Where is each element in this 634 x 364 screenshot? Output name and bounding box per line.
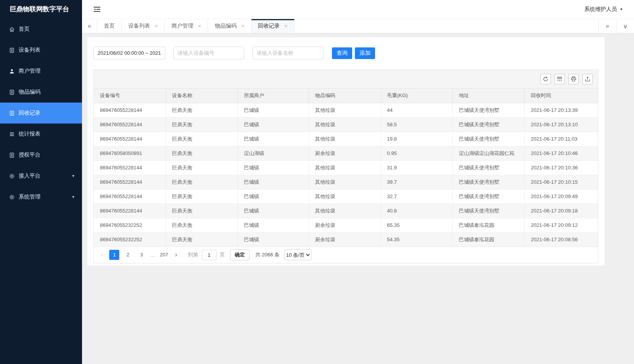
doc-icon bbox=[9, 110, 15, 116]
columns-button[interactable] bbox=[554, 74, 565, 84]
user-menu[interactable]: 系统维护人员 ▼ bbox=[584, 6, 623, 13]
table-cell: 巴城镇 bbox=[238, 189, 309, 204]
table-cell: 巴城镇 bbox=[238, 103, 309, 117]
column-header: 物品编码 bbox=[309, 89, 381, 103]
page-button-207[interactable]: 207 bbox=[159, 250, 169, 260]
table-cell: 其他垃圾 bbox=[309, 103, 381, 117]
table-cell: 巨鼎天衡 bbox=[166, 204, 238, 218]
sidebar: 巨鼎物联网数字平台 首页设备列表商户管理物品编码回收记录统计报表授权平台接入平台… bbox=[0, 0, 82, 364]
page-button-1[interactable]: 1 bbox=[109, 250, 119, 260]
sidebar-item-recycle-records[interactable]: 回收记录 bbox=[0, 103, 82, 124]
tab-device-list[interactable]: 设备列表× bbox=[122, 19, 165, 33]
sidebar-item-system-management[interactable]: 系统管理▼ bbox=[0, 186, 82, 207]
user-name: 系统维护人员 bbox=[584, 6, 617, 13]
gear-icon bbox=[9, 194, 15, 200]
page-button-2[interactable]: 2 bbox=[123, 250, 133, 260]
caret-down-icon: ▼ bbox=[72, 174, 75, 178]
table-cell: 巨鼎天衡 bbox=[166, 175, 238, 189]
topbar: 系统维护人员 ▼ bbox=[82, 0, 634, 19]
tabs-scroll-left-button[interactable]: « bbox=[82, 19, 97, 33]
refresh-button[interactable] bbox=[540, 74, 551, 84]
table-cell: 2021-06-17 20:10:46 bbox=[524, 146, 598, 160]
table-row: 869476055228144巨鼎天衡巴城镇其他垃圾58.5巴城镇天使湾别墅20… bbox=[94, 117, 598, 132]
goto-page-input[interactable] bbox=[202, 250, 217, 260]
tabbar-spacer bbox=[295, 19, 598, 33]
sidebar-item-item-code[interactable]: 物品编码 bbox=[0, 82, 82, 103]
tabs-scroll-right-button[interactable]: » bbox=[598, 19, 616, 33]
app-title: 巨鼎物联网数字平台 bbox=[0, 0, 82, 19]
close-icon[interactable]: × bbox=[285, 23, 288, 29]
caret-down-icon: ▼ bbox=[72, 195, 75, 199]
sidebar-item-home[interactable]: 首页 bbox=[0, 19, 82, 40]
sidebar-item-access-platform[interactable]: 接入平台▼ bbox=[0, 165, 82, 186]
sidebar-menu: 首页设备列表商户管理物品编码回收记录统计报表授权平台接入平台▼系统管理▼ bbox=[0, 19, 82, 207]
print-icon bbox=[571, 76, 576, 82]
sidebar-item-label: 首页 bbox=[19, 26, 30, 33]
table-cell: 869476055228144 bbox=[94, 160, 166, 175]
sidebar-item-label: 授权平台 bbox=[19, 152, 40, 158]
tabs-menu-button[interactable]: ∨ bbox=[616, 19, 634, 33]
tab-recycle-records[interactable]: 回收记录× bbox=[252, 19, 295, 33]
sidebar-item-statistics-report[interactable]: 统计报表 bbox=[0, 124, 82, 145]
close-icon[interactable]: × bbox=[198, 23, 201, 29]
close-icon[interactable]: × bbox=[241, 23, 244, 29]
tab-merchant-management[interactable]: 商户管理× bbox=[165, 19, 208, 33]
doc-icon bbox=[9, 89, 15, 95]
device-code-input[interactable] bbox=[173, 47, 244, 59]
collapse-sidebar-button[interactable] bbox=[93, 6, 101, 12]
table-cell: 2021-06-17 20:09:18 bbox=[524, 204, 598, 218]
records-panel: 查询 添加 bbox=[87, 37, 604, 266]
table-cell: 其他垃圾 bbox=[309, 160, 381, 175]
sidebar-item-device-list[interactable]: 设备列表 bbox=[0, 40, 82, 61]
page-numbers: 123...207 bbox=[109, 250, 169, 260]
tab-home[interactable]: 首页 bbox=[97, 19, 122, 33]
column-header: 回收时间 bbox=[524, 89, 598, 103]
page-button-3[interactable]: 3 bbox=[136, 250, 147, 260]
date-range-input[interactable] bbox=[93, 47, 165, 59]
table-cell: 淀山湖镇 bbox=[238, 146, 309, 160]
table-cell: 巨鼎天衡 bbox=[166, 146, 238, 160]
table-cell: 巨鼎天衡 bbox=[166, 232, 238, 247]
table-cell: 巴城镇 bbox=[238, 204, 309, 218]
table-cell: 巨鼎天衡 bbox=[166, 160, 238, 175]
table-row: 869476055232252巨鼎天衡巴城镇厨余垃圾54.35巴城镇泰泓花园20… bbox=[94, 232, 598, 247]
close-icon[interactable]: × bbox=[155, 23, 158, 29]
query-button[interactable]: 查询 bbox=[332, 47, 352, 59]
table-cell: 2021-06-17 20:13:10 bbox=[524, 117, 598, 132]
sidebar-item-label: 物品编码 bbox=[19, 89, 40, 96]
table-cell: 巴城镇天使湾别墅 bbox=[452, 160, 524, 175]
table-block: 设备编号设备名称所属商户物品编码毛重(KG)地址回收时间 86947605522… bbox=[93, 70, 598, 263]
chevrons-left-icon: « bbox=[88, 23, 91, 30]
table-cell: 869476058050891 bbox=[94, 146, 166, 160]
table-cell: 40.8 bbox=[381, 204, 452, 218]
chevron-down-icon: ∨ bbox=[623, 23, 628, 30]
table-cell: 其他垃圾 bbox=[309, 117, 381, 132]
table-cell: 2021-06-17 20:10:36 bbox=[524, 160, 598, 175]
export-button[interactable] bbox=[582, 74, 593, 84]
chevrons-right-icon: » bbox=[606, 23, 609, 30]
tab-item-code[interactable]: 物品编码× bbox=[208, 19, 251, 33]
page-size-select[interactable]: 10 条/页 bbox=[284, 249, 311, 260]
next-page-button[interactable]: › bbox=[173, 251, 180, 258]
doc-icon bbox=[9, 47, 15, 53]
confirm-page-button[interactable]: 确定 bbox=[230, 249, 250, 260]
add-button[interactable]: 添加 bbox=[355, 47, 375, 59]
sidebar-item-merchant-management[interactable]: 商户管理 bbox=[0, 61, 82, 82]
table-row: 869476055228144巨鼎天衡巴城镇其他垃圾40.8巴城镇天使湾别墅20… bbox=[94, 204, 598, 218]
table-row: 869476058050891巨鼎天衡淀山湖镇厨余垃圾0.95淀山湖镇淀山湖花园… bbox=[94, 146, 598, 160]
previous-page-button[interactable]: ‹ bbox=[99, 251, 106, 258]
table-cell: 淀山湖镇淀山湖花园仁苑 bbox=[452, 146, 524, 160]
table-row: 869476055228144巨鼎天衡巴城镇其他垃圾31.9巴城镇天使湾别墅20… bbox=[94, 160, 598, 175]
sidebar-item-authorization-platform[interactable]: 授权平台 bbox=[0, 145, 82, 165]
print-button[interactable] bbox=[568, 74, 579, 84]
table-cell: 其他垃圾 bbox=[309, 175, 381, 189]
device-name-input[interactable] bbox=[252, 47, 323, 59]
table-cell: 0.95 bbox=[381, 146, 452, 160]
sidebar-item-label: 接入平台 bbox=[19, 172, 40, 179]
user-icon bbox=[9, 68, 15, 74]
tab-bar: « 首页设备列表×商户管理×物品编码×回收记录× » ∨ bbox=[82, 19, 634, 33]
table-cell: 巴城镇泰泓花园 bbox=[452, 218, 524, 232]
table-cell: 巴城镇天使湾别墅 bbox=[452, 103, 524, 117]
sidebar-item-label: 回收记录 bbox=[19, 110, 40, 117]
gear-icon bbox=[9, 173, 15, 179]
